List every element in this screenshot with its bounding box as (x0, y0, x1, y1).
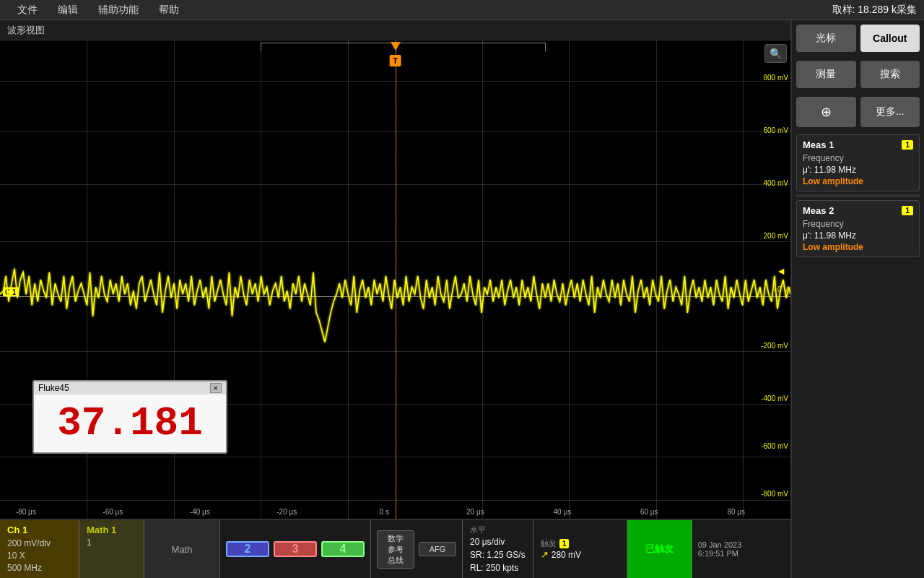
y-label-n400mv: -400 mV (761, 394, 788, 402)
y-label-800mv: 800 mV (764, 74, 788, 82)
scope-settings-icon[interactable]: 🔍 (764, 44, 787, 63)
waveform-header: 波形视图 (0, 20, 790, 40)
horizontal-sr: SR: 1.25 GS/s (470, 548, 526, 561)
ch1-vdiv: 200 mV/div (7, 538, 71, 550)
meas2-value: μ': 11.98 MHz (803, 230, 856, 241)
ch1-bw: 500 MHz (7, 562, 71, 574)
x-label-n60: -60 μs (103, 508, 123, 516)
horizontal-rl: RL: 250 kpts (470, 561, 526, 574)
trigger-t-marker: T (389, 55, 401, 66)
ch4-button[interactable]: 4 (321, 541, 365, 557)
math1-title: Math 1 (87, 525, 136, 535)
zero-volt-label: - 0 V (773, 285, 788, 293)
math-label: Math (172, 544, 193, 555)
meas1-param: Frequency (803, 153, 913, 163)
menu-bar: 文件 编辑 辅助功能 帮助 取样: 18.289 k采集 (0, 0, 924, 20)
fluke-value-display: 37.181 (34, 394, 226, 452)
ch1-right-arrow: ◄ (776, 265, 786, 277)
datetime-block: 09 Jan 2023 6:19:51 PM (692, 520, 779, 578)
fluke-callout-box: Fluke45 × 37.181 (32, 380, 227, 454)
x-label-40: 40 μs (554, 508, 572, 516)
meas2-badge: 1 (902, 206, 913, 215)
x-label-80: 80 μs (727, 508, 745, 516)
meas1-badge: 1 (902, 140, 913, 150)
triggered-button[interactable]: 已触发 (627, 520, 692, 578)
trigger-top-arrow (391, 42, 401, 51)
y-label-600mv: 600 mV (764, 126, 788, 134)
ch1-info[interactable]: Ch 1 200 mV/div 10 X 500 MHz (0, 520, 79, 578)
zoom-button[interactable]: ⊕ (796, 97, 856, 127)
menu-utility[interactable]: 辅助功能 (88, 4, 149, 17)
trigger-line (396, 40, 396, 519)
y-label-n200mv: -200 mV (761, 342, 788, 350)
menu-file[interactable]: 文件 (7, 4, 48, 17)
trigger-slope-icon: ↗ (541, 549, 549, 560)
ch2-button[interactable]: 2 (226, 541, 269, 557)
math-ref-bus-button[interactable]: 数学 参考 总线 (377, 530, 414, 569)
math1-value: 1 (87, 538, 136, 548)
y-label-200mv: 200 mV (764, 232, 788, 240)
fluke-close-button[interactable]: × (210, 383, 222, 393)
meas2-warning: Low amplitude (803, 242, 913, 252)
meas-cards-divider[interactable] (796, 194, 920, 197)
y-label-400mv: 400 mV (764, 179, 788, 187)
menu-edit[interactable]: 编辑 (48, 4, 88, 17)
x-label-0: 0 s (380, 508, 389, 516)
rp-row-2: 测量 搜索 (792, 56, 924, 92)
bottom-bar: Ch 1 200 mV/div 10 X 500 MHz Math 1 1 Ma… (0, 519, 790, 578)
math-label-area: Math (144, 520, 220, 578)
zoom-icon: ⊕ (821, 104, 832, 120)
x-label-60: 60 μs (640, 508, 658, 516)
waveform-area: 波形视图 (0, 20, 790, 578)
meas2-card: Meas 2 1 Frequency μ': 11.98 MHz Low amp… (796, 200, 920, 257)
trigger-badge: 1 (559, 539, 570, 548)
fluke-title-bar: Fluke45 × (34, 381, 226, 394)
date-display: 09 Jan 2023 (698, 540, 773, 549)
trigger-label: 触发 (541, 538, 557, 549)
fluke-title-text: Fluke45 (38, 383, 69, 393)
right-panel: 光标 Callout 测量 搜索 ⊕ 更多... Meas 1 1 Freque… (790, 20, 924, 578)
meas1-title: Meas 1 (803, 139, 834, 150)
nav-bracket (261, 43, 545, 51)
meas1-header: Meas 1 1 (803, 139, 913, 150)
cursor-button[interactable]: 光标 (796, 25, 856, 52)
horizontal-label: 水平 (470, 525, 526, 535)
channel-buttons-group: 2 3 4 (220, 520, 371, 578)
y-label-n800mv: -800 mV (761, 490, 788, 498)
x-label-n40: -40 μs (190, 508, 210, 516)
ch1-channel-label: C 1 (3, 287, 19, 296)
trigger-block: 触发 1 ↗ 280 mV (533, 520, 627, 578)
meas2-param: Frequency (803, 219, 913, 229)
x-label-20: 20 μs (466, 508, 484, 516)
meas2-val: μ': 11.98 MHz (803, 230, 913, 241)
meas2-header: Meas 2 1 (803, 205, 913, 216)
rp-row-3: ⊕ 更多... (792, 92, 924, 131)
meas1-card: Meas 1 1 Frequency μ': 11.98 MHz Low amp… (796, 134, 920, 191)
meas2-param-label: Frequency (803, 219, 844, 229)
more-button[interactable]: 更多... (860, 97, 920, 127)
menu-help[interactable]: 帮助 (149, 4, 189, 17)
measure-button[interactable]: 测量 (796, 61, 856, 88)
acquisition-status: 取样: 18.289 k采集 (832, 4, 918, 17)
horizontal-div: 20 μs/div (470, 535, 526, 548)
ch1-coupling: 10 X (7, 550, 71, 562)
rp-row-1: 光标 Callout (792, 20, 924, 56)
search-button[interactable]: 搜索 (860, 61, 920, 88)
y-label-n600mv: -600 mV (761, 442, 788, 450)
zero-volt-line (0, 296, 790, 297)
callout-button[interactable]: Callout (860, 25, 920, 52)
meas1-warning: Low amplitude (803, 176, 913, 186)
math1-info[interactable]: Math 1 1 (79, 520, 144, 578)
time-display: 6:19:51 PM (698, 549, 773, 558)
afg-button[interactable]: AFG (419, 542, 456, 556)
meas1-value: μ': 11.98 MHz (803, 165, 856, 175)
ch1-title: Ch 1 (7, 525, 71, 535)
scope-display[interactable]: T C 1 - 0 V ◄ 800 mV (0, 40, 790, 519)
meas1-val: μ': 11.98 MHz (803, 165, 913, 175)
horizontal-status: 水平 20 μs/div SR: 1.25 GS/s RL: 250 kpts (463, 520, 533, 578)
func-buttons-group: 数学 参考 总线 AFG (371, 520, 463, 578)
main-layout: 波形视图 (0, 20, 924, 578)
waveform-title: 波形视图 (7, 24, 45, 37)
ch3-button[interactable]: 3 (274, 541, 317, 557)
meas1-param-label: Frequency (803, 153, 844, 163)
